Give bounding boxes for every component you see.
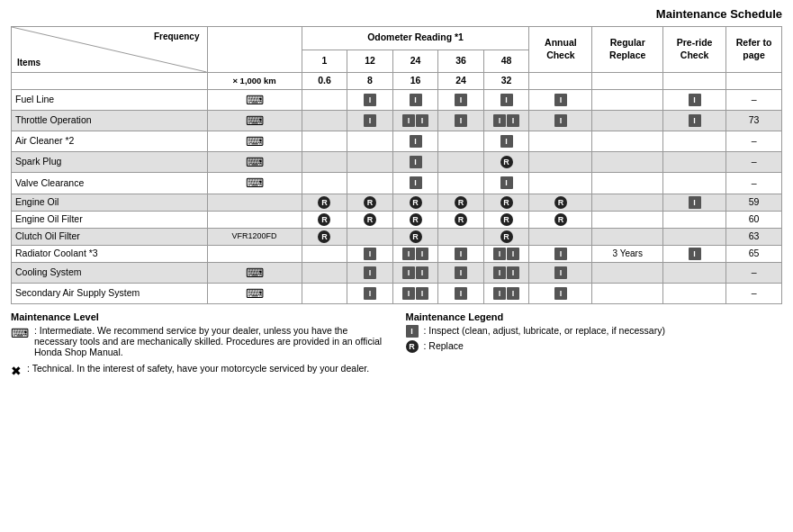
- cell-48: II: [483, 262, 529, 283]
- cell-12: I: [347, 283, 393, 303]
- cell-annual: [529, 152, 592, 173]
- preride-sub: [663, 73, 726, 90]
- cell-regular: [592, 152, 663, 173]
- cell-48: II: [483, 245, 529, 262]
- annual-sub: [529, 73, 592, 90]
- inspect-icon: I: [364, 94, 376, 106]
- cell-36: [438, 173, 484, 194]
- table-row: Spark Plug⌨IR–: [12, 152, 782, 173]
- inspect-icon: I: [455, 266, 467, 279]
- intermediate-tool-icon: ⌨: [246, 134, 264, 149]
- replace-icon: R: [500, 196, 513, 209]
- intermediate-tool-icon: ⌨: [246, 176, 264, 190]
- inspect-legend-icon: I: [406, 325, 419, 338]
- odometer-header: [207, 27, 302, 73]
- cell-1: [302, 245, 347, 262]
- table-row: Secondary Air Supply System⌨IIIIIII–: [12, 283, 782, 303]
- table-row: Clutch Oil FilterVFR1200FDRRR63: [12, 228, 782, 245]
- cell-1: [302, 110, 347, 131]
- table-row: Air Cleaner *2⌨II–: [12, 131, 782, 152]
- cell-regular: 3 Years: [592, 245, 663, 262]
- cell-annual: I: [529, 110, 592, 131]
- inspect-icon: I: [455, 94, 467, 106]
- cell-refer: 73: [726, 110, 782, 131]
- item-name: Valve Clearance: [12, 173, 208, 194]
- intermediate-tool-icon: ⌨: [246, 155, 264, 169]
- tool-cell: ⌨: [207, 173, 302, 194]
- tool-cell: [207, 194, 302, 211]
- odometer-reading-header: Odometer Reading *1: [302, 27, 529, 50]
- cell-annual: R: [529, 194, 592, 211]
- cell-12: [347, 152, 393, 173]
- cell-refer: –: [726, 89, 782, 110]
- inspect-icon: I: [410, 156, 422, 168]
- refer-sub: [726, 73, 782, 90]
- cell-12: R: [347, 211, 393, 228]
- km-val-12: 8: [347, 73, 393, 90]
- double-inspect-icon: II: [493, 114, 519, 127]
- cell-36: I: [438, 283, 484, 303]
- col-header-24: 24: [392, 50, 438, 73]
- inspect-icon: I: [554, 114, 567, 127]
- replace-icon: R: [455, 213, 467, 226]
- intermediate-icon: ⌨: [11, 326, 29, 340]
- item-name: Fuel Line: [12, 89, 208, 110]
- cell-36: I: [438, 262, 484, 283]
- annual-check-header: Annual Check: [529, 27, 592, 73]
- tool-cell: ⌨: [207, 152, 302, 173]
- item-name: Engine Oil Filter: [12, 211, 208, 228]
- regular-sub: [592, 73, 663, 90]
- cell-36: I: [438, 89, 484, 110]
- cell-36: R: [438, 194, 484, 211]
- intermediate-description: : Intermediate. We recommend service by …: [34, 325, 388, 357]
- frequency-header-label: Frequency: [154, 31, 200, 42]
- inspect-icon: I: [410, 135, 422, 148]
- replace-icon: R: [364, 196, 376, 209]
- double-inspect-icon: II: [402, 114, 428, 127]
- km-val-24: 16: [392, 73, 438, 90]
- intermediate-tool-icon: ⌨: [246, 93, 264, 107]
- inspect-icon: I: [364, 248, 376, 260]
- tool-cell: ⌨: [207, 262, 302, 283]
- cell-12: [347, 131, 393, 152]
- inspect-icon: I: [455, 287, 467, 300]
- replace-icon: R: [318, 213, 330, 226]
- col-header-1: 1: [302, 50, 347, 73]
- cell-regular: [592, 283, 663, 303]
- intermediate-tool-icon: ⌨: [246, 113, 264, 128]
- cell-12: I: [347, 110, 393, 131]
- cell-36: I: [438, 245, 484, 262]
- cell-1: R: [302, 194, 347, 211]
- cell-refer: 63: [726, 228, 782, 245]
- inspect-icon: I: [364, 266, 376, 279]
- item-name: Spark Plug: [12, 152, 208, 173]
- tool-cell: ⌨: [207, 283, 302, 303]
- cell-preride: I: [663, 110, 726, 131]
- maintenance-legend-title: Maintenance Legend: [406, 311, 783, 322]
- cell-refer: –: [726, 283, 782, 303]
- item-name: Engine Oil: [12, 194, 208, 211]
- cell-1: [302, 262, 347, 283]
- cell-1: [302, 152, 347, 173]
- double-inspect-icon: II: [402, 248, 428, 260]
- inspect-icon: I: [689, 114, 701, 127]
- cell-preride: [663, 211, 726, 228]
- cell-48: R: [483, 228, 529, 245]
- maintenance-level-title: Maintenance Level: [11, 311, 388, 322]
- page-title: Maintenance Schedule: [11, 7, 782, 21]
- inspect-icon: I: [554, 287, 567, 300]
- km-label: × 1,000 km: [207, 73, 302, 90]
- cell-1: [302, 173, 347, 194]
- cell-annual: [529, 228, 592, 245]
- tool-cell: ⌨: [207, 110, 302, 131]
- cell-preride: [663, 173, 726, 194]
- cell-refer: –: [726, 262, 782, 283]
- item-name: Throttle Operation: [12, 110, 208, 131]
- inspect-icon: I: [410, 176, 422, 189]
- cell-24: R: [392, 211, 438, 228]
- cell-regular: [592, 262, 663, 283]
- cell-36: [438, 131, 484, 152]
- inspect-description: : Inspect (clean, adjust, lubricate, or …: [424, 325, 665, 336]
- km-val-48: 32: [483, 73, 529, 90]
- cell-refer: –: [726, 173, 782, 194]
